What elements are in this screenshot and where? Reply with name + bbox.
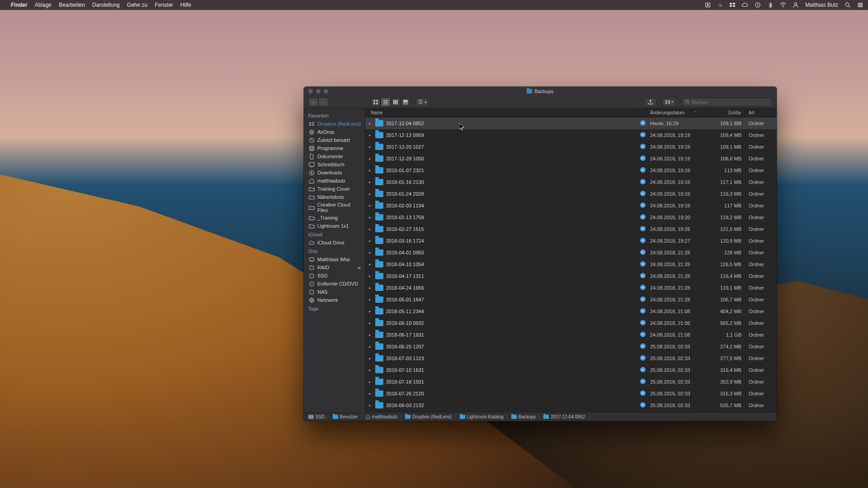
menuextra-user-icon[interactable]	[793, 2, 799, 8]
file-row[interactable]: ▸2018-05-11 234424.08.2018, 21:08404,2 M…	[365, 305, 777, 317]
view-list-button[interactable]	[381, 98, 391, 107]
menu-fenster[interactable]: Fenster	[155, 2, 173, 8]
sidebar-item[interactable]: Näherlebnis	[304, 193, 365, 201]
sidebar-item[interactable]: matthiasbutz	[304, 177, 365, 185]
path-item[interactable]: Backups	[511, 414, 536, 419]
disclosure-triangle-icon[interactable]: ▸	[369, 133, 373, 137]
zoom-window-button[interactable]	[324, 89, 328, 94]
sidebar-item[interactable]: iCloud Drive	[304, 239, 365, 247]
path-item[interactable]: SSD	[308, 414, 325, 419]
disclosure-triangle-icon[interactable]: ▸	[369, 380, 373, 384]
file-row[interactable]: ▸2018-01-24 202824.08.2018, 19:19116,3 M…	[365, 188, 777, 200]
disclosure-triangle-icon[interactable]: ▸	[369, 239, 373, 243]
column-name[interactable]: Name	[365, 108, 637, 117]
disclosure-triangle-icon[interactable]: ▸	[369, 321, 373, 325]
path-item[interactable]: Dropbox (RedLens)	[405, 414, 452, 419]
disclosure-triangle-icon[interactable]: ▸	[369, 192, 373, 196]
forward-button[interactable]: ›	[318, 98, 328, 107]
file-row[interactable]: ▸2018-07-03 112325.08.2018, 02:33277,5 M…	[365, 352, 777, 364]
path-item[interactable]: Lightroom Katalog	[460, 414, 504, 419]
file-row[interactable]: ▸2018-06-25 120725.08.2018, 02:33274,2 M…	[365, 341, 777, 352]
file-row[interactable]: ▸2018-01-16 213024.08.2018, 19:19117,1 M…	[365, 176, 777, 188]
disclosure-triangle-icon[interactable]: ▸	[369, 250, 373, 255]
file-row[interactable]: ▸2018-04-17 131124.08.2018, 21:28116,4 M…	[365, 270, 777, 282]
view-column-button[interactable]	[391, 98, 401, 107]
file-row[interactable]: ▸2017-12-12 095924.08.2018, 19:19109,4 M…	[365, 129, 777, 141]
file-row[interactable]: ▸2018-06-17 193124.08.2018, 21:081,1 GBO…	[365, 329, 777, 341]
disclosure-triangle-icon[interactable]: ▸	[369, 168, 373, 173]
column-kind[interactable]: Art	[745, 108, 770, 117]
menu-ablage[interactable]: Ablage	[35, 2, 52, 8]
titlebar[interactable]: Backups	[304, 87, 777, 96]
file-row[interactable]: ▸2018-04-01 095024.08.2018, 21:28128 MBO…	[365, 247, 777, 258]
disclosure-triangle-icon[interactable]: ▸	[369, 356, 373, 361]
menuextra-flame-icon[interactable]: ♨	[718, 2, 723, 8]
menu-app[interactable]: Finder	[11, 2, 28, 8]
disclosure-triangle-icon[interactable]: ▸	[369, 227, 373, 231]
disclosure-triangle-icon[interactable]: ▸	[369, 391, 373, 396]
sidebar-item[interactable]: Schreibtisch	[304, 160, 365, 169]
sidebar-item[interactable]: AirDrop	[304, 128, 365, 136]
minimize-window-button[interactable]	[316, 89, 321, 94]
file-row[interactable]: ▸2018-02-27 151524.08.2018, 19:26121,5 M…	[365, 223, 777, 235]
search-field[interactable]	[682, 98, 772, 107]
menuextra-notifications-icon[interactable]	[857, 2, 863, 8]
column-size[interactable]: Größe	[710, 108, 745, 117]
file-row[interactable]: ▸2018-05-01 184724.08.2018, 21:28106,7 M…	[365, 294, 777, 305]
file-row[interactable]: ▸2017-12-04 0852Heute, 16:29109,1 MBOrdn…	[365, 117, 777, 129]
disclosure-triangle-icon[interactable]: ▸	[369, 180, 373, 184]
file-row[interactable]: ▸2017-12-20 102724.08.2018, 19:19109,1 M…	[365, 141, 777, 153]
sidebar-item[interactable]: Lightroom 1x1	[304, 222, 365, 230]
disclosure-triangle-icon[interactable]: ▸	[369, 333, 373, 337]
sidebar-item[interactable]: Creative Cloud Files	[304, 201, 365, 214]
view-icon-button[interactable]	[371, 98, 381, 107]
menu-darstellung[interactable]: Darstellung	[92, 2, 120, 8]
menuextra-timemachine-icon[interactable]	[755, 2, 761, 8]
column-date[interactable]: Änderungsdatum⌃	[646, 108, 710, 117]
disclosure-triangle-icon[interactable]: ▸	[369, 368, 373, 372]
menuextra-bluetooth-icon[interactable]	[767, 2, 774, 8]
path-item[interactable]: matthiasbutz	[366, 414, 398, 419]
sidebar-item[interactable]: Downloads	[304, 169, 365, 177]
file-row[interactable]: ▸2018-02-13 175824.08.2018, 19:20118,2 M…	[365, 211, 777, 223]
menuextra-spotlight-icon[interactable]	[844, 2, 851, 8]
file-row[interactable]: ▸2018-06-10 093224.08.2018, 21:06565,2 M…	[365, 317, 777, 329]
path-item[interactable]: Benutzer	[333, 414, 358, 419]
sidebar-item[interactable]: SSD	[304, 272, 365, 280]
sidebar-item[interactable]: NAS	[304, 288, 365, 296]
file-row[interactable]: ▸2018-03-16 172424.08.2018, 19:27120,9 M…	[365, 235, 777, 247]
sidebar-item[interactable]: _Training	[304, 214, 365, 222]
disclosure-triangle-icon[interactable]: ▸	[369, 309, 373, 314]
menu-geh-zu[interactable]: Gehe zu	[127, 2, 147, 8]
sidebar-item[interactable]: RAID⏏	[304, 263, 365, 272]
file-row[interactable]: ▸2018-07-18 150125.08.2018, 02:33352,9 M…	[365, 376, 777, 388]
disclosure-triangle-icon[interactable]: ▸	[369, 145, 373, 149]
dropbox-toolbar-button[interactable]: ▾	[662, 98, 676, 107]
file-row[interactable]: ▸2018-02-03 113424.08.2018, 19:19117 MBO…	[365, 200, 777, 211]
sidebar-item[interactable]: Matthiass iMac	[304, 255, 365, 263]
file-row[interactable]: ▸2018-07-26 212025.08.2016, 02:33316,3 M…	[365, 388, 777, 399]
file-row[interactable]: ▸2018-08-03 213225.08.2018, 02:33535,7 M…	[365, 399, 777, 411]
eject-icon[interactable]: ⏏	[357, 265, 361, 270]
file-row[interactable]: ▸2018-04-24 165624.08.2018, 21:28119,1 M…	[365, 282, 777, 294]
disclosure-triangle-icon[interactable]: ▸	[369, 286, 373, 290]
file-row[interactable]: ▸2017-12-28 105024.08.2018, 19:19108,8 M…	[365, 153, 777, 164]
menuextra-wifi-icon[interactable]	[780, 2, 786, 8]
search-input[interactable]	[692, 99, 769, 105]
menu-bearbeiten[interactable]: Bearbeiten	[59, 2, 85, 8]
menuextra-cc-icon[interactable]	[742, 2, 748, 8]
menuextra-recording-icon[interactable]	[705, 2, 712, 8]
menu-hilfe[interactable]: Hilfe	[180, 2, 191, 8]
close-window-button[interactable]	[308, 89, 313, 94]
disclosure-triangle-icon[interactable]: ▸	[369, 156, 373, 161]
disclosure-triangle-icon[interactable]: ▸	[369, 262, 373, 267]
file-row[interactable]: ▸2018-07-10 163125.08.2018, 02:33316,4 M…	[365, 364, 777, 376]
path-item[interactable]: 2017-12-04 0852	[543, 414, 585, 419]
share-button[interactable]	[645, 98, 656, 107]
column-sync[interactable]	[637, 108, 646, 117]
menuextra-dropbox-icon[interactable]	[729, 2, 736, 8]
file-row[interactable]: ▸2018-01-07 232124.08.2018, 19:19113 MBO…	[365, 164, 777, 176]
sidebar-item[interactable]: Entfernte CD/DVD	[304, 280, 365, 288]
view-gallery-button[interactable]	[401, 98, 410, 107]
file-rows[interactable]: ▸2017-12-04 0852Heute, 16:29109,1 MBOrdn…	[365, 117, 777, 412]
